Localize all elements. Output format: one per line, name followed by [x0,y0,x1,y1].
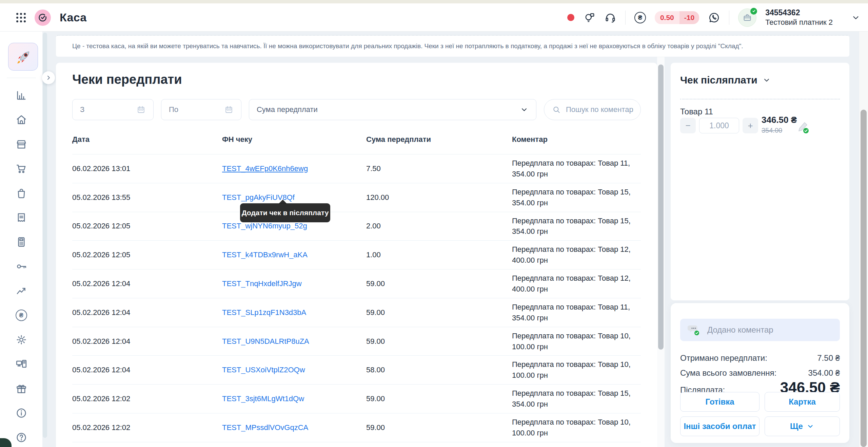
apps-grid-icon[interactable] [16,13,26,22]
notice-text: Це - тестова каса, на якій ви можете тре… [72,42,743,50]
postpayment-title-toggle[interactable]: Чек післяплати [680,74,771,86]
comment-cell: Передплата по товарах: Товар 15, 354.00 … [512,212,641,241]
sidebar-item-trend[interactable] [0,279,42,303]
table-row: 05.02.2026 13:55 TEST_pgAkyFiUV8Qf 120.0… [72,183,641,212]
fn-receipt-link[interactable]: TEST_3sjt6MLgWt1dQw [222,394,304,403]
other-payment-button[interactable]: Інші засоби оплат [680,416,760,436]
main-scrollbar-thumb[interactable] [658,64,664,350]
table-row: 05.02.2026 12:04 TEST_SLp1zqF1N3d3bA 59.… [72,298,641,327]
card-button[interactable]: Картка [765,392,840,412]
fn-receipt-link[interactable]: TEST_TnqHxdelfJRJgw [222,279,302,288]
table-row: 05.02.2026 12:04 TEST_TnqHxdelfJRJgw 59.… [72,269,641,298]
date-cell: 05.02.2026 12:04 [72,337,222,346]
gear-icon [15,334,27,346]
quantity-increase-button[interactable]: + [743,118,758,133]
date-from-placeholder: З [80,105,84,114]
sidebar-item-gear[interactable] [0,328,42,352]
comment-cell: Передплата по товарах: Товар 15, 354.00 … [512,183,641,212]
chevron-down-icon [762,76,771,85]
kasa-logo-icon[interactable] [35,10,51,26]
comment-cell: Передплата по товарах: Товар 10, 100.00 … [512,356,641,384]
table-row: 06.02.2026 13:01 TEST_4wEFp0K6nh6ewg 7.5… [72,154,641,183]
calendar-icon [136,105,146,114]
amount-cell: 2.00 [366,222,512,230]
date-cell: 05.02.2026 12:05 [72,250,222,259]
fn-receipt-link[interactable]: TEST_U9N5DALRtP8uZA [222,337,309,346]
comment-cell: Передплата по товарах: Товар 10, 100.00 … [512,413,641,442]
sidebar-item-home[interactable] [0,108,42,132]
date-cell: 05.02.2026 13:55 [72,193,222,202]
product-price: 346.50 ₴ 354.00 [762,114,797,135]
more-button[interactable]: Ще [765,416,840,436]
received-value: 7.50 ₴ [817,353,840,363]
comment-search-input[interactable] [566,105,634,114]
account-id: 34554362 [765,8,833,18]
postpayment-title: Чек післяплати [680,74,757,86]
amount-select-value: Сума передплати [257,105,318,114]
sidebar-item-info[interactable] [0,401,42,425]
fn-receipt-link[interactable]: TEST_wjNYN6myup_52g [222,222,307,230]
amount-filter-select[interactable]: Сума передплати [249,99,536,120]
amount-cell: 1.00 [366,250,512,259]
sidebar-item-receipt[interactable] [0,205,42,230]
dotted-divider [680,99,840,99]
sidebar-expand-button[interactable] [42,71,55,84]
add-to-postpayment-tooltip: Додати чек в післяплату [240,203,330,222]
sidebar-scrollbar[interactable] [43,33,47,438]
info-icon [15,407,27,419]
fn-receipt-link[interactable]: TEST_k4TDBx9rwH_aKA [222,250,308,259]
fn-receipt-link[interactable]: TEST_USXoiVtplZ2OQw [222,366,305,374]
whatsapp-icon[interactable] [708,12,720,24]
account-info[interactable]: 34554362 Тестовий платник 2 [765,8,833,27]
date-from-input[interactable]: З [72,99,154,120]
sidebar-item-bar-chart[interactable] [0,83,42,108]
sidebar-item-storefront[interactable] [0,132,42,156]
sidebar-item-shopping-bag[interactable] [0,181,42,205]
comment-added-banner[interactable]: Додано коментар [680,319,840,341]
sidebar-item-cart[interactable] [0,156,42,181]
window-top-strip [0,0,868,3]
account-name: Тестовий платник 2 [765,18,833,27]
support-headset-icon[interactable] [604,12,616,24]
fn-receipt-link[interactable]: TEST_MPssdlVOvGqzCA [222,423,308,432]
quantity-value[interactable]: 1.000 [699,118,739,133]
date-cell: 05.02.2026 12:02 [72,423,222,432]
edit-price-icon[interactable] [795,120,810,134]
column-header-amount: Сума передплати [366,135,512,144]
comment-cell: Передплата по товарах: Товар 12, 400.00 … [512,241,641,269]
date-to-input[interactable]: По [161,99,241,120]
sidebar-item-gift[interactable] [0,376,42,401]
price-current: 346.50 ₴ [762,114,797,126]
table-row: 05.02.2026 12:05 TEST_k4TDBx9rwH_aKA 1.0… [72,241,641,269]
amount-cell: 58.00 [366,366,512,374]
payment-summary-panel: Додано коментар Отримано передплати: 7.5… [671,303,849,443]
idea-icon[interactable] [583,12,595,24]
date-cell: 06.02.2026 13:01 [72,164,222,173]
balance-badge[interactable]: 0.50 -10 [655,11,699,24]
record-indicator-dot [567,14,574,21]
app-root: Каса ₴ 0.50 -10 [0,0,868,447]
fn-receipt-link[interactable]: TEST_4wEFp0K6nh6ewg [222,164,308,173]
account-avatar[interactable] [738,8,756,27]
comment-search-box[interactable] [544,99,641,120]
app-title: Каса [60,11,87,24]
amount-cell: 59.00 [366,394,512,403]
cash-button[interactable]: Готівка [680,392,760,412]
sidebar-items: ₴ [0,83,42,447]
price-old: 354.00 [762,126,797,135]
sidebar-item-key[interactable] [0,254,42,279]
fn-receipt-link[interactable]: TEST_SLp1zqF1N3d3bA [222,308,306,317]
quantity-decrease-button[interactable]: − [680,118,696,133]
sidebar-item-calculator[interactable] [0,230,42,254]
table-header-row: Дата ФН чеку Сума передплати Коментар [72,135,641,154]
quantity-stepper: − 1.000 + [680,118,758,133]
sidebar-item-hryvnia[interactable]: ₴ [0,303,42,328]
amount-cell: 59.00 [366,279,512,288]
cart-icon [15,163,27,175]
page-scrollbar-thumb[interactable] [861,110,867,447]
sidebar-item-active[interactable] [8,43,38,71]
hryvnia-balance-icon[interactable]: ₴ [634,12,646,23]
amount-cell: 7.50 [366,164,512,173]
chevron-down-icon[interactable] [851,13,861,22]
sidebar-item-devices[interactable] [0,352,42,376]
